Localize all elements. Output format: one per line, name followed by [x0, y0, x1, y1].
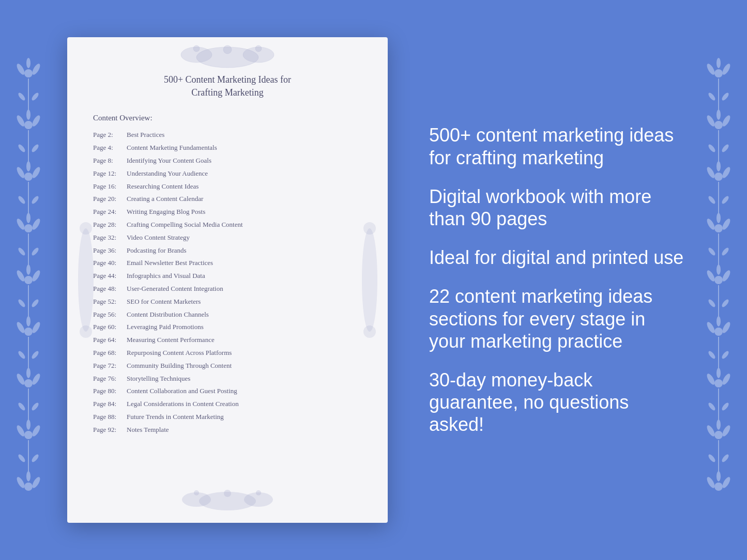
svg-point-129: [224, 490, 231, 497]
table-row: Page 32:Video Content Strategy: [93, 232, 362, 243]
table-row: Page 28:Crafting Compelling Social Media…: [93, 220, 362, 230]
svg-point-135: [362, 228, 377, 332]
svg-point-123: [223, 45, 232, 54]
doc-watermark-top: [150, 42, 305, 78]
table-row: Page 52:SEO for Content Marketers: [93, 297, 362, 307]
svg-point-136: [363, 222, 376, 235]
table-row: Page 2:Best Practices: [93, 130, 362, 141]
svg-point-137: [363, 325, 376, 338]
main-container: 500+ Content Marketing Ideas for Craftin…: [0, 0, 747, 560]
feature-text-3: Ideal for digital and printed use: [429, 246, 685, 269]
table-row: Page 92:Notes Template: [93, 425, 362, 435]
table-row: Page 20:Creating a Content Calendar: [93, 194, 362, 205]
table-row: Page 8:Identifying Your Content Goals: [93, 155, 362, 166]
table-row: Page 80:Content Collaboration and Guest …: [93, 386, 362, 397]
table-row: Page 36:Podcasting for Brands: [93, 245, 362, 256]
doc-watermark-bottom: [155, 488, 300, 518]
svg-point-128: [244, 492, 273, 507]
table-row: Page 88:Future Trends in Content Marketi…: [93, 412, 362, 423]
table-row: Page 24:Writing Engaging Blog Posts: [93, 207, 362, 217]
table-row: Page 16:Researching Content Ideas: [93, 181, 362, 192]
svg-point-131: [256, 490, 261, 495]
svg-point-126: [199, 492, 256, 510]
table-row: Page 40:Email Newsletter Best Practices: [93, 258, 362, 269]
svg-point-124: [193, 45, 200, 52]
svg-point-130: [194, 490, 199, 495]
table-of-contents: Page 2:Best PracticesPage 4:Content Mark…: [93, 130, 362, 435]
svg-point-121: [181, 47, 212, 63]
svg-point-122: [243, 47, 274, 63]
feature-text-1: 500+ content marketing ideas for craftin…: [429, 124, 685, 168]
table-row: Page 56:Content Distribution Channels: [93, 309, 362, 320]
table-row: Page 64:Measuring Content Performance: [93, 335, 362, 346]
svg-point-133: [80, 222, 92, 235]
table-row: Page 76:Storytelling Techniques: [93, 374, 362, 384]
svg-point-120: [196, 47, 258, 68]
table-row: Page 4:Content Marketing Fundamentals: [93, 143, 362, 153]
toc-section-title: Content Overview:: [93, 114, 362, 122]
feature-text-5: 30-day money-back guarantee, no question…: [429, 369, 685, 436]
feature-text-4: 22 content marketing ideas sections for …: [429, 285, 685, 352]
right-content: 500+ content marketing ideas for craftin…: [419, 124, 685, 435]
svg-point-132: [78, 228, 94, 332]
svg-point-125: [255, 45, 262, 52]
table-row: Page 12:Understanding Your Audience: [93, 168, 362, 179]
table-row: Page 60:Leveraging Paid Promotions: [93, 322, 362, 333]
svg-point-127: [182, 492, 211, 507]
document-title: 500+ Content Marketing Ideas for Craftin…: [93, 73, 362, 99]
svg-point-134: [80, 325, 92, 338]
feature-text-2: Digital workbook with more than 90 pages: [429, 185, 685, 230]
table-row: Page 48:User-Generated Content Integrati…: [93, 284, 362, 294]
table-row: Page 44:Infographics and Visual Data: [93, 271, 362, 282]
table-row: Page 72:Community Building Through Conte…: [93, 361, 362, 371]
document-card: 500+ Content Marketing Ideas for Craftin…: [67, 37, 388, 523]
table-row: Page 68:Repurposing Content Across Platf…: [93, 348, 362, 359]
table-row: Page 84:Legal Considerations in Content …: [93, 399, 362, 410]
